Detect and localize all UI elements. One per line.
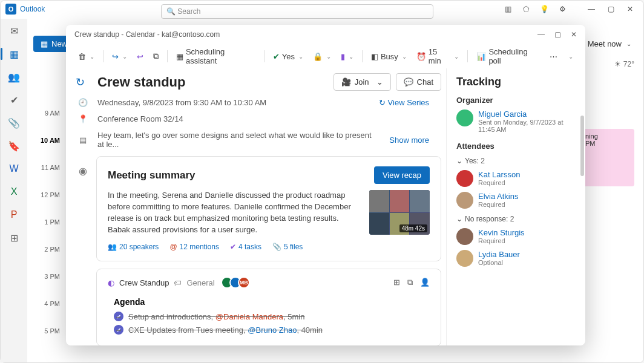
reply-button[interactable]: ↩ [133,50,147,64]
rail-todo-icon[interactable]: ✔ [8,94,20,106]
grid-icon[interactable]: ⊞ [393,278,400,287]
scheduling-assistant-button[interactable]: ▦ Scheduling assistant [172,45,259,68]
rail-apps-icon[interactable]: ⊞ [8,232,20,244]
attendee-person[interactable]: Kevin SturgisRequired [456,228,576,245]
at-icon: @ [169,243,177,251]
meet-now-button[interactable]: Meet now [588,39,622,48]
noresponse-group[interactable]: ⌄No response: 2 [456,215,576,223]
clock-icon: 🕘 [76,98,90,107]
forward-button[interactable]: ↪⌄ [108,50,131,64]
chat-button[interactable]: 💬Chat [396,73,441,91]
settings-icon[interactable]: ⚙ [554,1,571,18]
rail-mail-icon[interactable]: ✉ [8,25,20,37]
copy-icon[interactable]: ⧉ [407,278,413,287]
response-yes-button[interactable]: ✔ Yes⌄ [269,50,307,64]
record-icon: ◉ [79,165,87,177]
rail-word-icon[interactable]: W [8,163,20,175]
time-slot: 9 AM [33,110,64,137]
search-placeholder: Search [177,7,200,16]
notify-icon[interactable]: ⬠ [518,1,534,18]
maximize-icon[interactable]: ▢ [602,1,619,18]
dialog-maximize-icon[interactable]: ▢ [554,30,561,39]
tracking-heading: Tracking [456,76,576,88]
avatar [456,170,473,187]
stat-files[interactable]: 📎5 files [272,243,303,251]
loop-icon: ◐ [108,278,114,287]
sent-time: Sent on Monday, 9/7/2023 at 11:45 AM [478,119,576,133]
meeting-summary-card: ◉ Meeting summary View recap In the meet… [96,156,441,261]
tag-icon: 🏷 [174,278,182,287]
avatar [456,228,473,245]
event-dialog: Crew standup - Calendar - kat@contoso.co… [66,25,585,345]
attendee-person[interactable]: Kat LarssonRequired [456,170,576,187]
time-slot: 3 PM [33,273,64,300]
attendees-label: Attendees [456,142,576,151]
search-icon: 🔍 [166,7,176,16]
share-icon[interactable]: 👤 [420,278,430,287]
agenda-item[interactable]: ✔ CXE Updates from Tues meeting, @Bruno … [114,325,430,335]
speakers-icon: 👥 [108,243,117,251]
video-duration: 48m 42s [399,224,427,232]
reminder-button[interactable]: ⏰ 15 min⌄ [413,45,463,68]
time-column: 9 AM 10 AM 11 AM 12 PM 1 PM 2 PM 3 PM 4 … [33,110,64,355]
app-name: Outlook [20,5,45,13]
view-recap-button[interactable]: View recap [374,166,430,184]
recording-thumbnail[interactable]: 48m 42s [369,190,430,235]
show-more-link[interactable]: Show more [389,136,429,145]
rail-bookmark-icon[interactable]: 🔖 [8,140,20,152]
stat-tasks[interactable]: ✔4 tasks [230,243,261,251]
view-series-link[interactable]: ↻View Series [379,98,429,107]
notes-icon: ▤ [76,136,90,145]
rail-calendar-icon[interactable]: ▦ [8,48,20,60]
rail-excel-icon[interactable]: X [8,186,20,198]
time-slot: 1 PM [33,218,64,246]
search-input[interactable]: 🔍 Search [161,4,433,19]
loop-tag: General [186,278,214,287]
dialog-toolbar: 🗑⌄ ↪⌄ ↩ ⧉ ▦ Scheduling assistant ✔ Yes⌄ … [66,44,585,68]
time-slot: 10 AM [33,137,64,164]
new-icon: ▦ [41,39,48,48]
yes-group[interactable]: ⌄Yes: 2 [456,157,576,165]
stat-speakers[interactable]: 👥20 speakers [108,243,159,251]
dialog-close-icon[interactable]: ✕ [571,30,577,39]
expand-button[interactable]: ⌄ [564,51,577,62]
delete-button[interactable]: 🗑⌄ [74,50,98,64]
lock-button[interactable]: 🔒⌄ [309,50,335,64]
category-button[interactable]: ▮⌄ [337,50,357,64]
event-location: Conference Room 32/14 [97,114,183,123]
stat-mentions[interactable]: @12 mentions [169,243,219,251]
status-busy-button[interactable]: ◧ Busy⌄ [367,50,410,64]
time-slot: 11 AM [33,164,64,191]
attendee-person[interactable]: Lydia BauerOptional [456,250,576,267]
dialog-title: Crew standup - Calendar - kat@contoso.co… [74,30,220,39]
task-icon: ✔ [230,243,236,251]
more-button[interactable]: ⋯ [546,50,561,64]
close-icon[interactable]: ✕ [622,1,639,18]
scheduling-poll-button[interactable]: 📊 Scheduling poll [473,45,544,68]
dialog-minimize-icon[interactable]: — [537,30,545,39]
tips-icon[interactable]: 💡 [536,1,553,18]
camera-icon: 🎥 [341,77,351,87]
agenda-item[interactable]: ✔ Setup and introductions, @Daniela Mand… [114,312,430,321]
time-slot: 5 PM [33,327,64,355]
attendee-person[interactable]: Elvia AtkinsRequired [456,192,576,209]
check-icon[interactable]: ✔ [114,312,123,321]
rail-files-icon[interactable]: 📎 [8,117,20,129]
chevron-down-icon[interactable]: ⌄ [626,41,631,47]
rail-people-icon[interactable]: 👥 [8,71,20,83]
minimize-icon[interactable]: — [583,1,600,18]
event-preview: Hey team, let's go over some designs and… [97,131,376,149]
copy-button[interactable]: ⧉ [150,49,162,64]
organizer-person[interactable]: Miguel Garcia Sent on Monday, 9/7/2023 a… [456,110,576,133]
calendar-event-block[interactable]: ning PM [580,129,634,186]
chevron-down-icon: ⌄ [456,215,462,223]
join-button[interactable]: 🎥Join⌄ [334,73,391,91]
tracking-panel: Tracking Organizer Miguel Garcia Sent on… [446,68,585,345]
check-icon[interactable]: ✔ [114,325,123,335]
rail-powerpoint-icon[interactable]: P [8,209,20,221]
notes-icon[interactable]: ▥ [499,1,516,18]
chat-icon: 💬 [404,77,413,87]
event-datetime: Wednesday, 9/8/2023 from 9:30 AM to 10:3… [97,98,266,107]
avatar: MB [238,276,250,289]
organizer-name: Miguel Garcia [478,110,576,119]
